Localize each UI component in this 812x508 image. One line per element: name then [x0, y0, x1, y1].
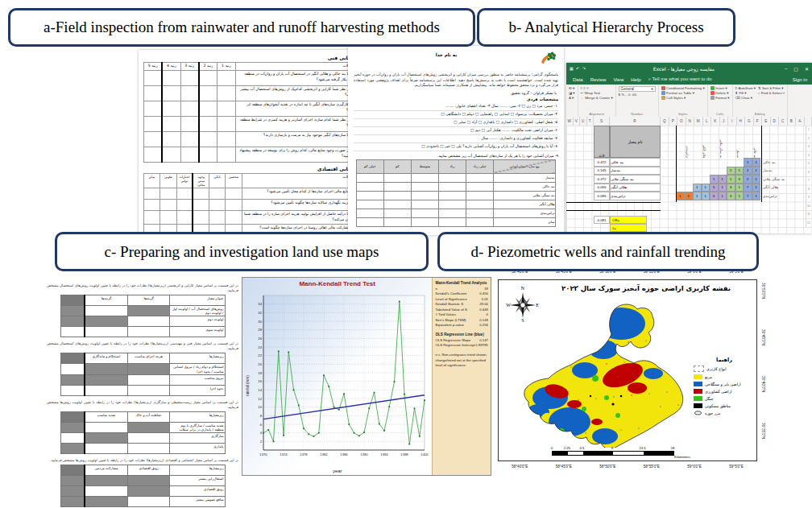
familiarity-cell[interactable] — [466, 217, 493, 226]
rank-cell[interactable] — [199, 131, 218, 147]
rank-cell[interactable] — [218, 101, 236, 116]
criteria-cell[interactable] — [85, 305, 127, 316]
column-header-H[interactable]: H — [737, 117, 746, 126]
autosum-button[interactable]: Σ AutoSum ▾ — [735, 86, 756, 90]
column-header-T[interactable]: T — [587, 117, 594, 126]
eco-answer-cell[interactable] — [226, 199, 242, 210]
familiarity-cell[interactable] — [356, 173, 383, 182]
cells-button-format[interactable]: Format ▾ — [710, 96, 730, 100]
eco-answer-cell[interactable] — [160, 210, 176, 224]
criteria-cell[interactable] — [60, 327, 85, 337]
rank-cell[interactable] — [144, 101, 163, 116]
column-header-P[interactable]: P — [669, 117, 678, 126]
criteria-cell[interactable] — [60, 422, 85, 433]
matrix-cell[interactable]: 1 — [719, 192, 727, 200]
matrix-cell[interactable]: 1 — [735, 167, 744, 176]
matrix-cell[interactable]: 1 — [735, 184, 744, 192]
column-header-K[interactable]: K — [711, 117, 720, 126]
cells-button-insert[interactable]: Insert ▾ — [710, 86, 730, 90]
criterion-weight-cell[interactable]: 0.095 — [594, 192, 610, 200]
column-header-M[interactable]: M — [694, 117, 703, 126]
eco-answer-cell[interactable] — [209, 199, 226, 210]
familiarity-cell[interactable] — [356, 191, 383, 200]
styles-button-3[interactable]: Cell Styles ▾ — [661, 96, 705, 100]
column-header-I[interactable]: I — [728, 117, 737, 126]
rank-cell[interactable] — [162, 101, 180, 116]
criterion-name-cell[interactable]: بند سنگی ملاتی — [610, 175, 661, 184]
matrix-cell[interactable]: 1 — [702, 192, 710, 200]
familiarity-cell[interactable] — [411, 217, 438, 226]
cells-button-delete[interactable]: Delete ▾ — [710, 91, 730, 95]
cr-label-cell[interactable]: CR= — [610, 216, 647, 224]
maximize-button[interactable]: ▢ — [790, 66, 802, 72]
fill-button[interactable]: ⬇ Fill ▾ — [735, 91, 756, 95]
eco-answer-cell[interactable] — [226, 188, 242, 199]
criterion-weight-cell[interactable]: 0.272 — [594, 175, 610, 184]
matrix-cell[interactable]: 1 — [685, 192, 694, 200]
rank-cell[interactable] — [199, 147, 218, 162]
familiarity-cell[interactable] — [411, 173, 438, 182]
familiarity-cell[interactable] — [383, 191, 411, 200]
familiarity-cell[interactable] — [383, 217, 411, 226]
criteria-cell[interactable] — [127, 476, 170, 486]
column-header-D[interactable]: D — [771, 117, 780, 126]
familiarity-cell[interactable] — [466, 182, 493, 191]
merge-center-button[interactable]: ⇔ Merge & Center ▾ — [581, 96, 613, 100]
criteria-cell[interactable] — [85, 422, 127, 433]
rank-cell[interactable] — [162, 85, 180, 101]
rank-cell[interactable] — [218, 116, 236, 131]
find-select-button[interactable]: ⌕ Find & Select ▾ — [758, 91, 785, 95]
eco-answer-cell[interactable] — [144, 210, 160, 224]
familiarity-cell[interactable] — [383, 173, 411, 182]
criteria-cell[interactable] — [127, 422, 170, 433]
rank-cell[interactable] — [180, 147, 199, 162]
clear-button[interactable]: ⌫ Clear ▾ — [735, 96, 756, 100]
criteria-cell[interactable] — [85, 476, 127, 486]
criteria-cell[interactable] — [85, 327, 127, 337]
familiarity-cell[interactable] — [383, 209, 411, 217]
rank-cell[interactable] — [218, 70, 236, 85]
criteria-cell[interactable] — [60, 444, 85, 454]
column-header-G[interactable]: G — [745, 117, 754, 126]
criteria-cell[interactable] — [60, 374, 85, 385]
familiarity-cell[interactable] — [438, 173, 466, 182]
familiarity-cell[interactable] — [411, 209, 438, 217]
matrix-cell[interactable]: 1 — [719, 175, 727, 184]
rank-cell[interactable] — [162, 70, 180, 85]
matrix-cell[interactable]: 7 — [744, 192, 752, 200]
matrix-cell[interactable]: 2 — [744, 175, 752, 184]
criteria-cell[interactable] — [127, 385, 170, 395]
rank-cell[interactable] — [180, 131, 199, 147]
rank-cell[interactable] — [144, 85, 163, 101]
rank-cell[interactable] — [144, 131, 163, 147]
matrix-cell[interactable]: 3 — [735, 175, 744, 184]
column-header-R[interactable]: R — [610, 117, 661, 126]
criteria-cell[interactable] — [60, 305, 85, 316]
criterion-name-cell[interactable]: بندسار — [610, 167, 661, 176]
familiarity-cell[interactable] — [383, 200, 411, 209]
rank-cell[interactable] — [162, 131, 180, 147]
criteria-cell[interactable] — [85, 364, 127, 375]
matrix-cell[interactable]: 1 — [735, 192, 744, 200]
criteria-cell[interactable] — [85, 486, 127, 497]
number-format-icons[interactable]: $ % , .0 .00 — [619, 93, 656, 97]
eco-answer-cell[interactable] — [193, 188, 209, 199]
eco-answer-cell[interactable] — [176, 210, 193, 224]
matrix-cell[interactable]: 1 — [710, 175, 719, 184]
number-format-select[interactable]: General▾ — [619, 86, 656, 92]
matrix-cell[interactable]: 5 — [710, 192, 719, 200]
familiarity-cell[interactable] — [356, 209, 383, 217]
rank-cell[interactable] — [199, 85, 218, 101]
eco-answer-cell[interactable] — [209, 188, 226, 199]
ribbon-tab-help[interactable]: Help — [631, 77, 640, 82]
familiarity-cell[interactable] — [438, 182, 466, 191]
column-header-Q[interactable]: Q — [661, 117, 669, 126]
matrix-cell[interactable]: 1 — [752, 184, 761, 192]
ribbon-tab-view[interactable]: View — [613, 77, 624, 82]
eco-answer-cell[interactable] — [144, 199, 160, 210]
criteria-cell[interactable] — [127, 433, 170, 444]
familiarity-cell[interactable] — [466, 173, 493, 182]
matrix-cell[interactable]: 1 — [693, 184, 702, 192]
rank-cell[interactable] — [162, 147, 180, 162]
eco-answer-cell[interactable] — [160, 188, 176, 199]
